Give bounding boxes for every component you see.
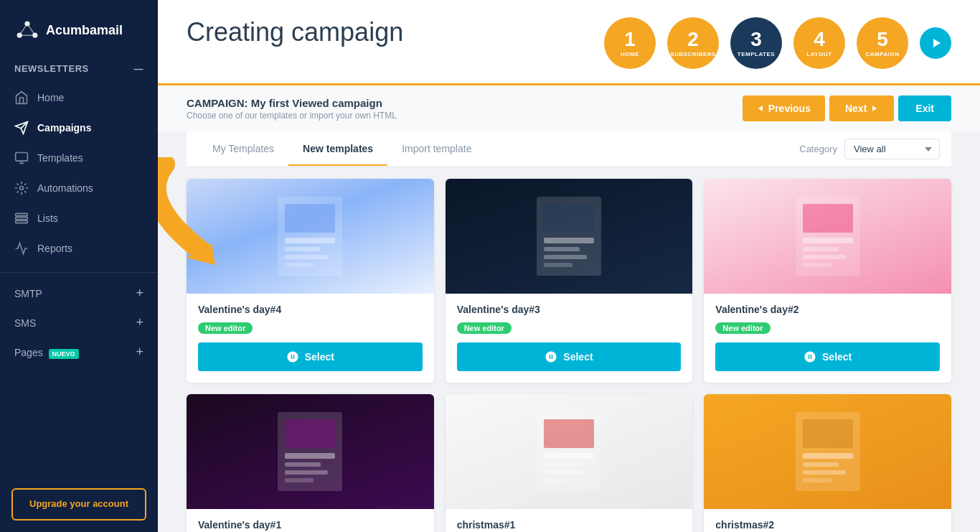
campaign-bar: CAMPAIGN: My first Viewed campaign Choos… [158,83,980,131]
top-section: Creating campaign 1 HOME 2 SUBSCRIBERS 3… [158,0,980,83]
tab-import-template[interactable]: Import template [387,133,486,166]
campaign-actions: Previous Next Exit [743,95,951,121]
select-button-valentines4[interactable]: Select [198,342,423,371]
previous-button[interactable]: Previous [743,95,825,121]
svg-rect-19 [285,238,335,243]
campaigns-icon [14,121,29,135]
svg-rect-28 [544,263,573,267]
svg-rect-39 [285,470,328,475]
step-4[interactable]: 4 LAYOUT [793,17,845,69]
sms-plus-icon: + [136,315,143,330]
tabs: My Templates New templates Import templa… [198,133,486,166]
steps-row: 1 HOME 2 SUBSCRIBERS 3 TEMPLATES 4 LAYOU… [604,17,951,69]
templates-section: Valentine's day#4 New editor Select Vale… [187,179,951,532]
campaign-bar-inner: CAMPAIGN: My first Viewed campaign Choos… [187,85,951,131]
sidebar-item-sms[interactable]: SMS + [0,308,158,337]
svg-rect-38 [285,462,321,467]
template-name-valentines3: Valentine's day#3 [457,304,682,315]
template-preview-valentines1 [274,409,346,495]
template-info-christmas1: christmas#1 New editor Select [446,509,693,532]
svg-rect-27 [544,255,587,259]
sidebar-item-label-templates: Templates [37,152,83,164]
sidebar-item-label-reports: Reports [37,243,72,254]
svg-line-4 [27,24,35,35]
next-button[interactable]: Next [829,95,894,121]
template-name-christmas1: christmas#1 [457,519,682,531]
previous-arrow-icon [757,105,764,112]
tab-new-templates[interactable]: New templates [288,133,387,166]
svg-rect-36 [285,419,335,448]
sidebar-item-templates[interactable]: Templates [0,143,158,173]
template-thumb-valentines2 [704,179,951,294]
svg-rect-21 [285,255,328,259]
template-info-christmas2: christmas#2 New editor Select [704,509,951,532]
sidebar-divider [0,272,158,273]
content-area: My Templates New templates Import templa… [158,131,980,532]
template-thumb-valentines4 [187,179,434,294]
svg-rect-45 [544,470,587,475]
page-title: Creating campaign [187,17,403,47]
category-select[interactable]: View all Valentine's Day Christmas [844,139,940,159]
template-thumb-valentines1 [187,394,434,509]
sidebar-item-automations[interactable]: Automations [0,173,158,203]
svg-rect-22 [285,263,314,267]
svg-rect-50 [803,462,839,467]
svg-line-3 [19,24,27,35]
category-row: Category View all Valentine's Day Christ… [799,131,940,167]
template-card-valentines1: Valentine's day#1 New editor Select [187,394,434,532]
templates-grid: Valentine's day#4 New editor Select Vale… [187,179,951,532]
svg-rect-26 [544,247,580,251]
svg-rect-33 [803,255,846,259]
template-name-valentines1: Valentine's day#1 [198,519,423,531]
step-1[interactable]: 1 HOME [604,17,656,69]
template-name-christmas2: christmas#2 [715,519,940,531]
select-icon-valentines4 [286,350,299,363]
template-badge-valentines4: New editor [198,322,253,334]
step-5[interactable]: 5 CAMPAIGN [857,17,908,69]
svg-rect-30 [803,204,853,233]
svg-point-9 [20,187,24,190]
select-button-valentines2[interactable]: Select [715,342,940,371]
svg-rect-31 [803,238,853,243]
play-button[interactable] [920,27,951,59]
sidebar-item-label-automations: Automations [37,182,93,194]
upgrade-button[interactable]: Upgrade your account [11,488,146,521]
templates-icon [14,151,29,165]
svg-rect-24 [544,204,594,233]
template-card-valentines3: Valentine's day#3 New editor Select [446,179,693,383]
svg-rect-52 [803,478,831,482]
template-info-valentines1: Valentine's day#1 New editor Select [187,509,434,532]
select-icon-valentines3 [545,350,557,363]
main-content: Creating campaign 1 HOME 2 SUBSCRIBERS 3… [158,0,980,532]
template-badge-valentines3: New editor [457,322,512,334]
sidebar-item-lists[interactable]: Lists [0,203,158,233]
step-2[interactable]: 2 SUBSCRIBERS [667,17,719,69]
sidebar-item-pages[interactable]: Pages NUEVO + [0,337,158,367]
reports-icon [14,241,29,256]
template-card-christmas1: christmas#1 New editor Select [446,394,693,532]
sidebar-item-home[interactable]: Home [0,83,158,113]
select-button-valentines3[interactable]: Select [457,342,682,371]
sidebar-item-label-lists: Lists [37,213,58,224]
svg-rect-18 [285,204,335,233]
svg-marker-13 [933,39,941,47]
step-3[interactable]: 3 TEMPLATES [730,17,782,69]
template-preview-valentines3 [533,193,605,279]
template-name-valentines2: Valentine's day#2 [715,304,940,315]
template-preview-christmas1 [533,409,605,495]
tab-my-templates[interactable]: My Templates [198,133,288,166]
tabs-category-bar: My Templates New templates Import templa… [187,131,951,167]
campaign-label: CAMPAIGN: My first Viewed campaign [187,97,397,109]
sidebar-logo[interactable]: Acumbamail [0,0,158,57]
template-info-valentines2: Valentine's day#2 New editor Select [704,294,951,383]
template-card-christmas2: christmas#2 New editor Select [704,394,951,532]
exit-button[interactable]: Exit [898,95,951,121]
home-icon [14,90,29,105]
sidebar-item-smtp[interactable]: SMTP + [0,279,158,308]
sidebar-item-campaigns[interactable]: Campaigns [0,113,158,143]
pages-badge: NUEVO [49,349,79,359]
template-card-valentines4: Valentine's day#4 New editor Select [187,179,434,383]
template-preview-christmas2 [792,409,864,495]
template-info-valentines4: Valentine's day#4 New editor Select [187,294,434,383]
sidebar-item-reports[interactable]: Reports [0,233,158,263]
